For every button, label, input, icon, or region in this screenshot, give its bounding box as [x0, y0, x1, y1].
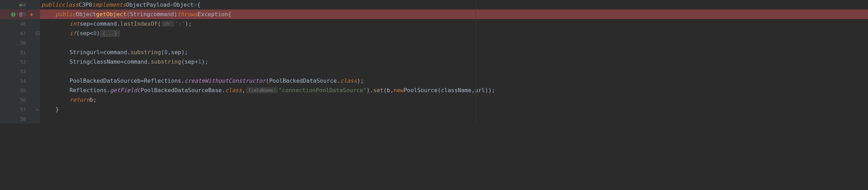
gutter-line[interactable]: 57 — [0, 104, 35, 114]
code-line[interactable]: return b; — [40, 95, 868, 104]
line-number: 54 — [20, 78, 26, 84]
line-number: 46 — [20, 21, 26, 27]
line-number: 52 — [20, 59, 26, 65]
right-margin-line — [475, 0, 476, 124]
line-number: 47 — [20, 31, 26, 36]
gutter-line[interactable]: 46 — [0, 19, 35, 28]
code-line[interactable]: } — [40, 104, 868, 114]
line-number: 50 — [20, 40, 26, 46]
fold-cell — [35, 48, 40, 57]
code-line[interactable] — [40, 38, 868, 48]
gutter-line[interactable]: 55 — [0, 86, 35, 95]
fold-cell — [35, 57, 40, 66]
code-line[interactable]: if ( sep < 0 ) {...} — [40, 28, 868, 38]
line-number: 53 — [20, 69, 26, 74]
gutter-line[interactable]: 51 — [0, 48, 35, 57]
code-line[interactable]: public Object getObject ( String command… — [40, 10, 868, 19]
code-line[interactable]: int sep = command.lastIndexOf(ch: ':'); — [40, 19, 868, 28]
fold-cell — [35, 38, 40, 48]
fold-cell[interactable]: + — [35, 28, 40, 38]
code-area[interactable]: public class C3P0 implements ObjectPaylo… — [40, 0, 868, 124]
gutter-line[interactable]: 54 — [0, 76, 35, 86]
gutter-line[interactable]: ▶ 44 — [0, 0, 35, 10]
fold-column: + — [35, 0, 40, 124]
fold-cell — [35, 76, 40, 86]
line-number: 56 — [20, 97, 26, 103]
folded-region[interactable]: {...} — [100, 30, 120, 37]
fold-cell — [35, 114, 40, 124]
gutter-line[interactable]: I ↑ @ ◆ 45 — [0, 10, 35, 19]
line-number: 51 — [20, 50, 26, 55]
code-line[interactable]: public class C3P0 implements ObjectPaylo… — [40, 0, 868, 10]
annotation-icon[interactable]: @ — [19, 11, 22, 18]
code-line[interactable] — [40, 66, 868, 76]
fold-expand-icon[interactable]: + — [36, 31, 40, 35]
fold-end-icon[interactable] — [37, 108, 39, 110]
impl-icon[interactable]: I — [11, 12, 15, 17]
gutter: ▶ 44 I ↑ @ ◆ 45 46 47 50 51 52 53 54 55 … — [0, 0, 35, 124]
run-icon[interactable]: ▶ — [20, 2, 22, 7]
breakpoint-diamond-icon[interactable]: ◆ — [30, 12, 33, 17]
line-number: 58 — [20, 116, 26, 122]
line-number: 55 — [20, 88, 26, 93]
gutter-line[interactable]: 56 — [0, 95, 35, 104]
fold-cell — [35, 0, 40, 10]
fold-cell — [35, 66, 40, 76]
code-line[interactable]: PoolBackedDataSource b = Reflections.cre… — [40, 76, 868, 86]
arrow-up-icon: ↑ — [16, 12, 19, 17]
fold-cell — [35, 19, 40, 28]
fold-cell — [35, 10, 40, 19]
fold-cell[interactable] — [35, 104, 40, 114]
param-hint: fieldName: — [246, 87, 278, 93]
gutter-line[interactable]: 47 — [0, 28, 35, 38]
code-line[interactable]: Reflections.getField(PoolBackedDataSourc… — [40, 86, 868, 95]
code-editor: ▶ 44 I ↑ @ ◆ 45 46 47 50 51 52 53 54 55 … — [0, 0, 868, 124]
param-hint: ch: — [162, 21, 174, 27]
line-number: 57 — [20, 107, 26, 112]
gutter-line[interactable]: 52 — [0, 57, 35, 66]
gutter-line[interactable]: 58 — [0, 114, 35, 124]
code-line[interactable]: String className = command.substring(sep… — [40, 57, 868, 66]
code-line[interactable]: String url = command.substring(0, sep); — [40, 48, 868, 57]
gutter-line[interactable]: 50 — [0, 38, 35, 48]
fold-cell — [35, 95, 40, 104]
code-line[interactable] — [40, 114, 868, 124]
gutter-line[interactable]: 53 — [0, 66, 35, 76]
vcs-markers[interactable]: I ↑ @ — [11, 11, 22, 18]
fold-cell — [35, 86, 40, 95]
